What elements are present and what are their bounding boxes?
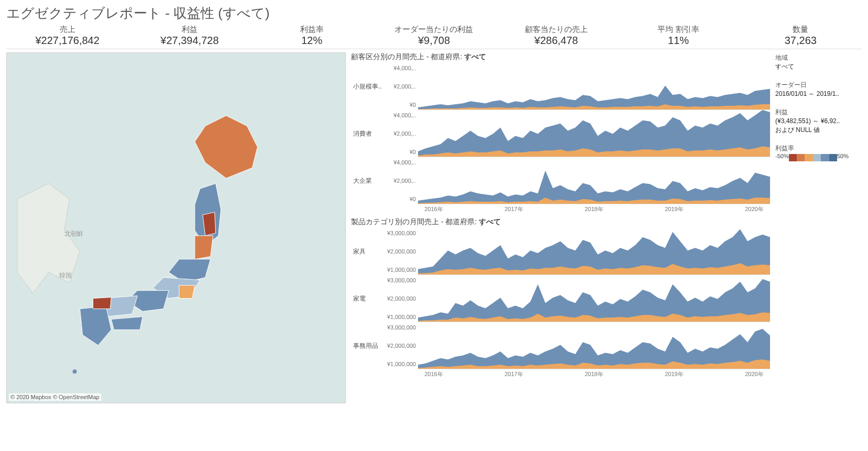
kpi-4: 顧客当たりの売上¥286,478 — [495, 25, 617, 47]
kpi-5: 平均 割引率11% — [617, 25, 739, 47]
legend-profit-ratio: 利益率 -50% 50% — [775, 144, 862, 162]
facet-家具[interactable]: 家具 ¥3,000,000¥2,000,000¥1,000,000 — [351, 228, 770, 275]
kpi-row: 売上¥227,176,842利益¥27,394,728利益率12%オーダー当たり… — [6, 25, 862, 49]
kpi-3: オーダー当たりの利益¥9,708 — [373, 25, 495, 47]
chart-product-category: 製品カテゴリ別の月間売上 - 都道府県: すべて 家具 ¥3,000,000¥2… — [351, 217, 770, 378]
label-north-korea: 北朝鮮 — [64, 230, 83, 237]
filter-panel: 地域 すべて オーダー日 2016/01/01 ～ 2019/1.. 利益 (¥… — [775, 52, 862, 403]
chart2-title-prefix: 製品カテゴリ別の月間売上 - 都道府県: — [351, 217, 479, 226]
chart1-title-prefix: 顧客区分別の月間売上 - 都道府県: — [351, 52, 464, 61]
filter-profit[interactable]: 利益 (¥3,482,551) ～ ¥6,92.. および NULL 値 — [775, 108, 862, 135]
map-japan[interactable]: 北朝鮮 韓国 台湾 — [6, 52, 346, 403]
facet-事務用品[interactable]: 事務用品 ¥3,000,000¥2,000,000¥1,000,000 — [351, 322, 770, 369]
svg-point-0 — [73, 369, 77, 373]
facet-小規模事業所[interactable]: 小規模事.. ¥4,000,..¥2,000,..¥0 — [351, 63, 770, 110]
page-title: エグゼクティブレポート - 収益性 (すべて) — [6, 4, 862, 23]
chart1-title-bold: すべて — [464, 52, 486, 61]
kpi-1: 利益¥27,394,728 — [128, 25, 250, 47]
chart2-title-bold: すべて — [479, 217, 501, 226]
kpi-6: 数量37,263 — [740, 25, 862, 47]
facet-家電[interactable]: 家電 ¥3,000,000¥2,000,000¥1,000,000 — [351, 275, 770, 322]
kpi-2: 利益率12% — [251, 25, 373, 47]
filter-region[interactable]: 地域 すべて — [775, 53, 862, 71]
filter-order-date[interactable]: オーダー日 2016/01/01 ～ 2019/1.. — [775, 81, 862, 98]
chart-customer-segment: 顧客区分別の月間売上 - 都道府県: すべて 小規模事.. ¥4,000,..¥… — [351, 52, 770, 213]
facet-大企業[interactable]: 大企業 ¥4,000,..¥2,000,..¥0 — [351, 157, 770, 204]
label-south-korea: 韓国 — [59, 272, 72, 279]
kpi-0: 売上¥227,176,842 — [6, 25, 128, 47]
facet-消費者[interactable]: 消費者 ¥4,000,..¥2,000,..¥0 — [351, 110, 770, 157]
map-credit: © 2020 Mapbox © OpenStreetMap — [9, 393, 101, 401]
